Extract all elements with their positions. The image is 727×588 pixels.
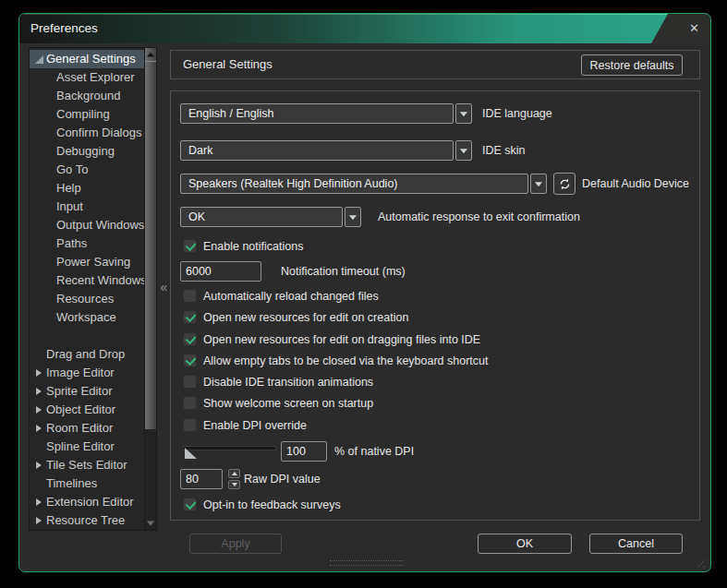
scroll-down-button[interactable] [145, 517, 156, 530]
dpi-percent-label: % of native DPI [334, 441, 414, 462]
sidebar-item-go-to[interactable]: Go To [30, 161, 144, 179]
checkbox-enable-dpi-override[interactable] [183, 418, 197, 432]
checkbox-automatically-reload-changed-files[interactable] [183, 289, 197, 303]
tree-collapsed-icon[interactable] [36, 425, 42, 432]
sidebar-item-output-windows[interactable]: Output Windows [30, 216, 144, 234]
sidebar-item-workspace[interactable]: Workspace [30, 308, 144, 327]
resize-handle[interactable] [330, 560, 404, 566]
sidebar-item-object-editor[interactable]: Object Editor [30, 401, 144, 419]
collapse-chevron-icon: « [161, 280, 168, 294]
sidebar-item-label: Background [56, 87, 120, 105]
window-title: Preferences [30, 14, 98, 43]
sidebar-item-label: Timelines [46, 474, 97, 493]
sidebar-collapse-button[interactable]: « [158, 280, 170, 294]
sidebar-item-confirm-dialogs[interactable]: Confirm Dialogs [30, 124, 144, 142]
tree-collapsed-icon[interactable] [36, 517, 42, 524]
sidebar-item-compiling[interactable]: Compiling [30, 105, 144, 124]
spin-down-button[interactable] [228, 480, 240, 489]
chevron-down-icon [349, 215, 357, 220]
sidebar-item-tile-sets-editor[interactable]: Tile Sets Editor [30, 456, 144, 474]
sidebar-item-label: Image Editor [46, 364, 115, 382]
dpi-percent-input[interactable] [281, 441, 327, 462]
dpi-slider[interactable] [183, 446, 276, 450]
checkbox-enable-notifications[interactable] [183, 239, 197, 253]
sidebar-item-spline-editor[interactable]: Spline Editor [30, 438, 144, 456]
sidebar-item-asset-explorer[interactable]: Asset Explorer [30, 68, 144, 87]
tree-expanded-icon[interactable] [35, 55, 43, 64]
checkbox-disable-ide-transition-animations[interactable] [183, 375, 197, 389]
dropdown-automatic-response-to-exit-confirmation[interactable]: OK [180, 207, 343, 227]
dropdown-ide-skin[interactable]: Dark [180, 140, 454, 161]
sidebar-item-timelines[interactable]: Timelines [30, 474, 144, 493]
dropdown-arrow-button[interactable] [455, 140, 472, 161]
sidebar-item-image-editor[interactable]: Image Editor [30, 364, 144, 382]
dropdown-arrow-button[interactable] [455, 103, 472, 124]
dropdown-ide-language[interactable]: English / English [180, 103, 454, 124]
ok-button[interactable]: OK [478, 534, 572, 554]
checkbox-row-opt-in-to-feedback-surveys[interactable]: Opt-in to feedback surveys [171, 498, 699, 512]
scroll-up-button[interactable] [145, 48, 156, 61]
dropdown-arrow-button[interactable] [345, 207, 361, 227]
tree-list: General SettingsAsset ExplorerBackground… [30, 50, 144, 530]
tree-collapsed-icon[interactable] [36, 388, 42, 395]
checkbox-label: Enable DPI override [203, 418, 307, 433]
restore-defaults-button[interactable]: Restore defaults [581, 54, 683, 76]
sidebar-item-recent-windows[interactable]: Recent Windows [30, 271, 144, 290]
tree-collapsed-icon[interactable] [36, 406, 42, 414]
close-icon: ✕ [689, 14, 699, 43]
sidebar-item-resources[interactable]: Resources [30, 290, 144, 308]
raw-dpi-spinner [228, 469, 240, 489]
tree-collapsed-icon[interactable] [36, 462, 42, 469]
resize-grip[interactable] [694, 557, 705, 568]
checkbox-row-enable-dpi-override[interactable]: Enable DPI override [171, 418, 699, 433]
checkbox-row-enable-notifications[interactable]: Enable notifications [171, 239, 699, 254]
cancel-button[interactable]: Cancel [589, 534, 683, 554]
sidebar-item-paths[interactable]: Paths [30, 234, 144, 253]
sidebar-item-input[interactable]: Input [30, 198, 144, 216]
tree-collapsed-icon[interactable] [36, 498, 42, 506]
tree-collapsed-icon[interactable] [36, 369, 42, 377]
sidebar-item-label: Help [56, 179, 81, 198]
checkbox-row-disable-ide-transition-animations[interactable]: Disable IDE transition animations [171, 375, 699, 390]
sidebar-item-room-editor[interactable]: Room Editor [30, 419, 144, 438]
checkbox-opt-in-to-feedback-surveys[interactable] [183, 498, 197, 511]
checkbox-show-welcome-screen-on-startup[interactable] [183, 396, 197, 410]
spin-down-icon [232, 483, 237, 486]
sidebar-item-extension-editor[interactable]: Extension Editor [30, 493, 144, 511]
notification-timeout-input[interactable] [180, 261, 261, 282]
sidebar-item-drag-and-drop[interactable]: Drag and Drop [30, 345, 144, 364]
sidebar-item-label: Compiling [56, 105, 110, 124]
checkbox-row-automatically-reload-changed-files[interactable]: Automatically reload changed files [171, 289, 699, 304]
dropdown-arrow-button[interactable] [530, 174, 547, 194]
checkbox-label: Show welcome screen on startup [203, 396, 373, 411]
sidebar-item-label: General Settings [46, 50, 136, 68]
checkbox-row-show-welcome-screen-on-startup[interactable]: Show welcome screen on startup [171, 396, 699, 411]
checkbox-allow-empty-tabs-to-be-closed-via-the-keyboard-shortcut[interactable] [183, 354, 197, 367]
sidebar-item-power-saving[interactable]: Power Saving [30, 253, 144, 271]
sidebar-item-debugging[interactable]: Debugging [30, 142, 144, 161]
sidebar-item-resource-tree[interactable]: Resource Tree [30, 511, 144, 530]
close-button[interactable]: ✕ [651, 14, 710, 43]
sidebar-item-sprite-editor[interactable]: Sprite Editor [30, 382, 144, 401]
sidebar-item-label: Object Editor [46, 401, 115, 419]
spin-up-button[interactable] [228, 469, 240, 478]
preferences-window: Preferences ✕ General SettingsAsset Expl… [18, 13, 711, 572]
sidebar-item-background[interactable]: Background [30, 87, 144, 105]
sidebar-item-label: Debugging [56, 142, 115, 161]
scrollbar-thumb[interactable] [145, 61, 156, 429]
titlebar[interactable]: Preferences ✕ [19, 14, 710, 43]
checkbox-row-allow-empty-tabs-to-be-closed-via-the-keyboard-shortcut[interactable]: Allow empty tabs to be closed via the ke… [171, 354, 699, 368]
checkbox-open-new-resources-for-edit-on-creation[interactable] [183, 310, 197, 324]
apply-button[interactable]: Apply [189, 534, 282, 554]
raw-dpi-input[interactable] [180, 469, 223, 489]
checkbox-row-open-new-resources-for-edit-on-creation[interactable]: Open new resources for edit on creation [171, 310, 699, 325]
tree-scrollbar[interactable] [144, 48, 156, 530]
checkbox-open-new-resources-for-edit-on-dragging-files-into-ide[interactable] [183, 332, 197, 346]
raw-dpi-row: Raw DPI value [171, 469, 699, 489]
checkbox-row-open-new-resources-for-edit-on-dragging-files-into-ide[interactable]: Open new resources for edit on dragging … [171, 332, 699, 347]
refresh-audio-devices-button[interactable] [553, 173, 576, 195]
dropdown-default-audio-device[interactable]: Speakers (Realtek High Definition Audio) [180, 174, 528, 194]
sidebar-item-help[interactable]: Help [30, 179, 144, 198]
sidebar-item-general-settings[interactable]: General Settings [30, 50, 144, 68]
setting-row-ide-skin: DarkIDE skin [171, 140, 699, 161]
